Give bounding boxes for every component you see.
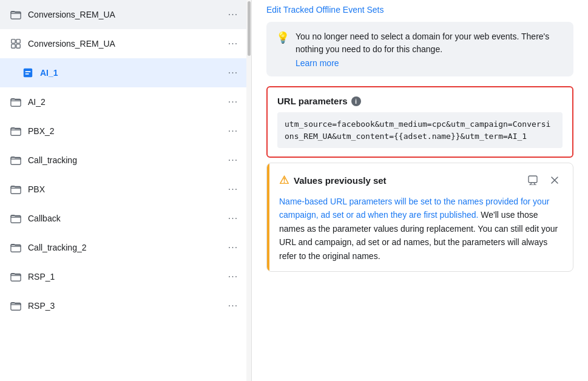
url-params-section: URL parameters i utm_source=facebook&utm… — [266, 86, 573, 158]
sidebar-scrollbar-thumb — [248, 1, 251, 56]
folder-icon — [10, 212, 22, 224]
sidebar-item-label: AI_2 — [28, 97, 225, 107]
sidebar-item-label: Conversions_REM_UA — [28, 39, 225, 49]
tooltip-border-accent — [267, 163, 269, 271]
svg-rect-2 — [16, 39, 20, 43]
sidebar: Conversions_REM_UA ··· Conversions_REM_U… — [0, 0, 252, 381]
sidebar-item-label: Call_tracking_2 — [28, 243, 225, 252]
more-options-button[interactable]: ··· — [225, 210, 242, 227]
tooltip-actions — [524, 172, 563, 189]
more-options-button[interactable]: ··· — [225, 64, 242, 81]
svg-rect-6 — [25, 71, 31, 72]
sidebar-item-conversions-rem-ua-sub[interactable]: Conversions_REM_UA ··· — [0, 29, 251, 58]
content-area: Edit Tracked Offline Event Sets 💡 You no… — [252, 0, 588, 381]
svg-rect-5 — [24, 69, 32, 77]
folder-icon — [10, 183, 22, 195]
sidebar-item-call-tracking[interactable]: Call_tracking ··· — [0, 146, 251, 175]
sidebar-item-label: PBX — [28, 184, 225, 194]
info-box-text: You no longer need to select a domain fo… — [296, 30, 564, 56]
tooltip-inner: ⚠ Values previously set — [267, 163, 573, 271]
sidebar-item-rsp-1[interactable]: RSP_1 ··· — [0, 262, 251, 291]
more-options-button[interactable]: ··· — [225, 268, 242, 285]
more-options-button[interactable]: ··· — [225, 297, 242, 314]
svg-rect-9 — [11, 129, 21, 136]
svg-rect-4 — [16, 44, 20, 48]
campaign-icon — [22, 67, 34, 79]
svg-rect-16 — [529, 176, 537, 183]
svg-rect-15 — [11, 303, 21, 311]
url-params-title: URL parameters — [277, 96, 348, 106]
grid-icon — [10, 38, 22, 50]
more-options-button[interactable]: ··· — [225, 181, 242, 198]
folder-outline-icon — [10, 8, 22, 21]
url-params-value: utm_source=facebook&utm_medium=cpc&utm_c… — [277, 112, 563, 148]
folder-icon — [10, 300, 22, 312]
sidebar-item-ai-1[interactable]: AI_1 ··· — [0, 58, 251, 87]
more-options-button[interactable]: ··· — [225, 239, 242, 256]
svg-rect-10 — [11, 158, 21, 165]
more-options-button[interactable]: ··· — [225, 6, 242, 23]
sidebar-item-pbx[interactable]: PBX ··· — [0, 175, 251, 204]
values-tooltip: ⚠ Values previously set — [266, 163, 573, 272]
sidebar-item-pbx-2[interactable]: PBX_2 ··· — [0, 116, 251, 146]
tooltip-header: ⚠ Values previously set — [279, 172, 563, 189]
folder-icon — [10, 96, 22, 108]
more-options-button[interactable]: ··· — [225, 35, 242, 52]
sidebar-item-ai-2[interactable]: AI_2 ··· — [0, 87, 251, 116]
svg-rect-3 — [12, 44, 15, 48]
tooltip-feedback-button[interactable] — [524, 172, 541, 189]
edit-tracked-link[interactable]: Edit Tracked Offline Event Sets — [266, 5, 384, 15]
svg-rect-8 — [11, 99, 21, 107]
lightbulb-icon: 💡 — [276, 31, 289, 68]
folder-icon — [10, 154, 22, 166]
svg-rect-11 — [11, 187, 21, 194]
more-options-button[interactable]: ··· — [225, 123, 242, 140]
sidebar-item-label: Conversions_REM_UA — [28, 10, 225, 19]
svg-rect-13 — [11, 245, 21, 252]
svg-rect-0 — [11, 12, 21, 19]
svg-rect-12 — [11, 216, 21, 223]
folder-icon — [10, 125, 22, 137]
sidebar-item-label: AI_1 — [40, 68, 225, 78]
tooltip-title-text: Values previously set — [294, 175, 387, 186]
info-box-content: You no longer need to select a domain fo… — [296, 30, 564, 68]
sidebar-item-label: PBX_2 — [28, 126, 225, 136]
sidebar-item-label: RSP_3 — [28, 301, 225, 311]
sidebar-item-conversions-rem-ua-group[interactable]: Conversions_REM_UA ··· — [0, 0, 251, 29]
sidebar-item-label: RSP_1 — [28, 272, 225, 282]
folder-icon — [10, 271, 22, 283]
more-options-button[interactable]: ··· — [225, 93, 242, 110]
sidebar-item-rsp-3[interactable]: RSP_3 ··· — [0, 291, 251, 320]
svg-rect-7 — [25, 73, 29, 75]
svg-rect-1 — [12, 39, 15, 43]
warning-icon: ⚠ — [279, 174, 289, 187]
sidebar-scrollbar[interactable] — [246, 0, 251, 381]
sidebar-item-label: Callback — [28, 214, 225, 223]
sidebar-item-callback[interactable]: Callback ··· — [0, 204, 251, 233]
tooltip-title: ⚠ Values previously set — [279, 174, 387, 187]
folder-icon — [10, 241, 22, 254]
info-box: 💡 You no longer need to select a domain … — [266, 22, 573, 76]
tooltip-close-button[interactable] — [546, 172, 563, 189]
more-options-button[interactable]: ··· — [225, 152, 242, 169]
svg-rect-14 — [11, 274, 21, 282]
tooltip-body: Name-based URL parameters will be set to… — [279, 195, 563, 263]
learn-more-link[interactable]: Learn more — [296, 58, 564, 68]
sidebar-item-label: Call_tracking — [28, 155, 225, 165]
info-icon[interactable]: i — [351, 96, 361, 106]
sidebar-item-call-tracking-2[interactable]: Call_tracking_2 ··· — [0, 233, 251, 262]
url-params-header: URL parameters i — [277, 96, 563, 106]
